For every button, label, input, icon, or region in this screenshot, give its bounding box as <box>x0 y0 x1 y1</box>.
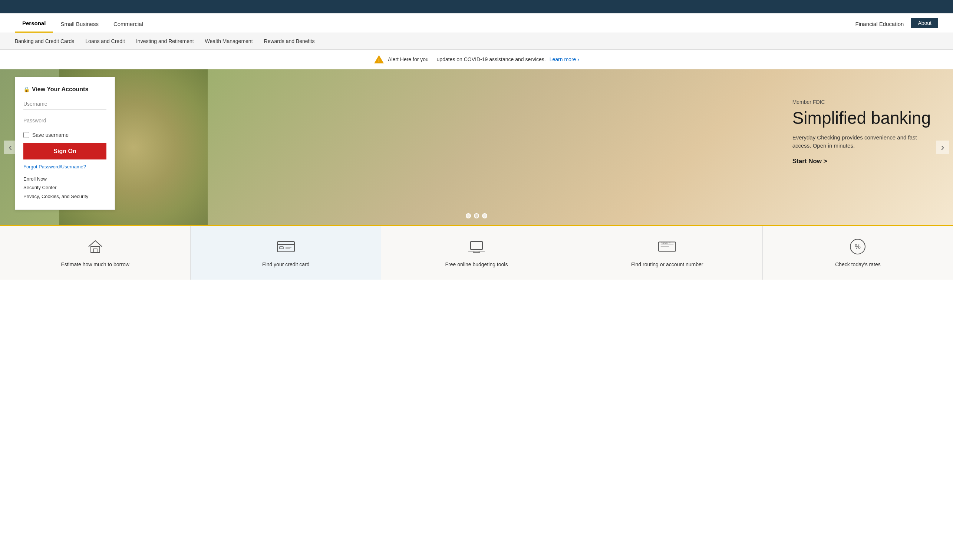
quick-link-budgeting-label: Free online budgeting tools <box>445 261 508 268</box>
carousel-dot-3[interactable] <box>482 213 487 219</box>
quick-link-rates[interactable]: % Check today's rates <box>763 226 953 280</box>
hero-content: Member FDIC Simplified banking Everyday … <box>792 99 931 165</box>
nav-financial-education[interactable]: Financial Education <box>851 14 907 32</box>
save-username-checkbox[interactable] <box>23 132 29 138</box>
hero-cta-link[interactable]: Start Now > <box>792 158 931 165</box>
quick-link-budgeting[interactable]: Free online budgeting tools <box>381 226 572 280</box>
subnav-banking[interactable]: Banking and Credit Cards <box>15 37 82 46</box>
subnav-loans[interactable]: Loans and Credit <box>85 37 132 46</box>
svg-text:%: % <box>855 243 861 250</box>
sub-nav: Banking and Credit Cards Loans and Credi… <box>0 33 953 50</box>
alert-learn-more[interactable]: Learn more › <box>549 56 579 62</box>
check-icon: Check :::: <box>658 237 677 256</box>
carousel-dot-1[interactable] <box>466 213 471 219</box>
quick-links-section: Estimate how much to borrow Find your cr… <box>0 225 953 280</box>
top-bar <box>0 0 953 13</box>
house-icon <box>86 237 105 256</box>
quick-link-borrow-label: Estimate how much to borrow <box>61 261 129 268</box>
forgot-link[interactable]: Forgot Password/Username? <box>23 164 106 169</box>
alert-bar: ! Alert Here for you — updates on COVID-… <box>0 50 953 69</box>
subnav-rewards[interactable]: Rewards and Benefits <box>264 37 322 46</box>
login-links: Enroll Now Security Center Privacy, Cook… <box>23 175 106 201</box>
svg-rect-9 <box>470 241 483 250</box>
nav-about-button[interactable]: About <box>911 18 938 28</box>
security-center-link[interactable]: Security Center <box>23 183 106 192</box>
subnav-investing[interactable]: Investing and Retirement <box>136 37 201 46</box>
svg-text:Check ::::: Check :::: <box>661 242 672 244</box>
enroll-link[interactable]: Enroll Now <box>23 175 106 183</box>
hero-section: ‹ 🔒 View Your Accounts Save username Sig… <box>0 69 953 225</box>
carousel-dot-2[interactable] <box>474 213 479 219</box>
hero-description: Everyday Checking provides convenience a… <box>792 133 919 150</box>
nav-small-business[interactable]: Small Business <box>53 14 106 32</box>
quick-link-borrow[interactable]: Estimate how much to borrow <box>0 226 191 280</box>
login-panel: 🔒 View Your Accounts Save username Sign … <box>15 77 115 210</box>
nav-commercial[interactable]: Commercial <box>106 14 151 32</box>
svg-rect-6 <box>279 247 283 249</box>
lock-icon: 🔒 <box>23 87 29 92</box>
laptop-icon <box>467 237 486 256</box>
credit-card-icon <box>276 237 295 256</box>
username-input[interactable] <box>23 99 106 109</box>
fdic-label: Member FDIC <box>792 99 931 105</box>
quick-link-rates-label: Check today's rates <box>835 261 881 268</box>
quick-link-routing[interactable]: Check :::: Find routing or account numbe… <box>572 226 763 280</box>
subnav-wealth[interactable]: Wealth Management <box>205 37 260 46</box>
main-nav: Personal Small Business Commercial Finan… <box>0 13 953 33</box>
svg-text:!: ! <box>378 58 380 63</box>
nav-personal[interactable]: Personal <box>15 13 53 33</box>
svg-rect-2 <box>91 247 100 253</box>
quick-link-credit-card[interactable]: Find your credit card <box>191 226 381 280</box>
password-input[interactable] <box>23 115 106 126</box>
login-title: 🔒 View Your Accounts <box>23 86 106 93</box>
carousel-next-button[interactable]: › <box>936 141 949 154</box>
carousel-dots <box>466 213 487 219</box>
privacy-link[interactable]: Privacy, Cookies, and Security <box>23 192 106 201</box>
alert-triangle-icon: ! <box>374 54 384 65</box>
quick-link-routing-label: Find routing or account number <box>631 261 703 268</box>
svg-rect-3 <box>93 249 97 253</box>
quick-link-credit-card-label: Find your credit card <box>262 261 310 268</box>
percent-icon: % <box>848 237 867 256</box>
save-username-row: Save username <box>23 132 106 138</box>
nav-right: Financial Education About <box>851 14 938 32</box>
hero-headline: Simplified banking <box>792 109 931 127</box>
alert-text: Alert Here for you — updates on COVID-19… <box>388 56 546 62</box>
nav-left: Personal Small Business Commercial <box>15 13 151 33</box>
save-username-label: Save username <box>32 132 68 138</box>
sign-on-button[interactable]: Sign On <box>23 143 106 160</box>
